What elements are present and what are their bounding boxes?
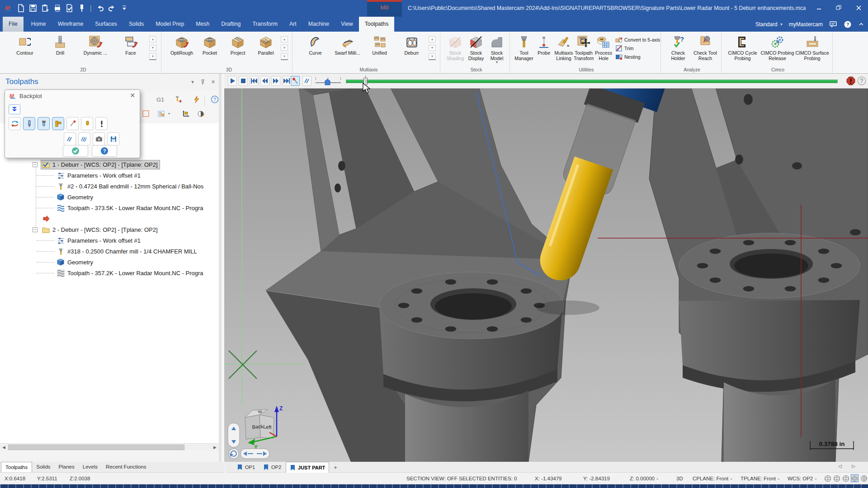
backplot-shank-button[interactable]	[81, 117, 93, 130]
gnomon-outline-toggle-2[interactable]	[842, 474, 849, 482]
ribbon-button-trim[interactable]: Trim	[615, 45, 660, 52]
backplot-ok-button[interactable]	[63, 145, 88, 157]
playback-progress-bar[interactable]	[346, 80, 838, 83]
status-cplane-caret-icon[interactable]: ˅	[730, 477, 732, 481]
ribbon-button-check-holder[interactable]: ?Check Holder	[665, 33, 692, 66]
chat-icon[interactable]	[829, 20, 837, 28]
selection-window-button[interactable]	[142, 110, 153, 121]
skip-end-button[interactable]	[282, 76, 291, 86]
ribbon-button-stock-shading[interactable]: Stock Shading	[445, 33, 466, 66]
gallery-down-icon[interactable]: ▾	[281, 45, 288, 51]
backplot-save-button[interactable]	[107, 132, 119, 145]
machine-group-tab-mill[interactable]: Mill	[367, 0, 402, 17]
gallery-expand-icon[interactable]: ▾	[429, 53, 436, 60]
print-button[interactable]	[52, 3, 62, 13]
scroll-left-icon[interactable]: ◀	[0, 444, 7, 450]
manager-tab-planes[interactable]: Planes	[55, 462, 79, 472]
restore-button[interactable]	[832, 3, 845, 13]
tree-item[interactable]: #318 - 0.2500 Chamfer mill - 1/4 CHAMFER…	[0, 246, 219, 257]
gnomon-shaded-toggle-3[interactable]	[851, 474, 859, 482]
play-button[interactable]	[228, 76, 237, 86]
style-selector[interactable]: Standard	[755, 21, 778, 28]
tree-item[interactable]: −2 - Deburr - [WCS: OP2] - [Tplane: OP2]	[0, 224, 219, 235]
status-tplane-caret-icon[interactable]: ˅	[778, 477, 780, 481]
status-z[interactable]: Z: 0.00000˅	[630, 473, 659, 485]
speed-slider-handle[interactable]	[325, 79, 330, 85]
tab-mesh[interactable]: Mesh	[190, 17, 215, 32]
ribbon-button-optirough[interactable]: OptiRough	[168, 33, 196, 66]
gallery-expand-icon[interactable]: ▾	[281, 53, 288, 60]
ribbon-button-deburr[interactable]: Deburr	[396, 33, 428, 66]
ribbon-button-toolpath-transform[interactable]: Toolpath Transform	[574, 33, 594, 66]
backplot-tool-button[interactable]	[23, 117, 35, 130]
manager-tab-recent-functions[interactable]: Recent Functions	[102, 462, 151, 472]
backplot-close-icon[interactable]: ✕	[130, 92, 135, 99]
toolpath-insert-marker[interactable]	[0, 213, 219, 224]
undo-button[interactable]	[95, 3, 105, 13]
mymastercam-link[interactable]: myMastercam	[789, 21, 823, 28]
tab-drafting[interactable]: Drafting	[215, 17, 246, 32]
display-options-button[interactable]	[197, 110, 208, 121]
view-cube-back-face[interactable]: Back	[252, 423, 264, 430]
tree-item[interactable]: Toolpath - 373.5K - Lower Radar Mount.NC…	[0, 202, 219, 213]
status-z-caret-icon[interactable]: ˅	[656, 477, 659, 481]
tree-item[interactable]: Toolpath - 357.2K - Lower Radar Mount.NC…	[0, 267, 219, 278]
backplot-snapshot-button[interactable]	[93, 132, 105, 145]
ribbon-button-process-hole[interactable]: Process Hole	[594, 33, 613, 66]
tab-art[interactable]: Art	[283, 17, 302, 32]
tree-expand-toggle[interactable]: −	[33, 227, 38, 232]
viewsheet-tab-op1[interactable]: OP1	[233, 462, 259, 473]
viewsheet-tab-just-part[interactable]: JUST PART	[286, 462, 329, 473]
tab-solids[interactable]: Solids	[123, 17, 150, 32]
help-badge-icon[interactable]: ?	[844, 20, 852, 28]
ribbon-button-stock-display[interactable]: Stock Display	[466, 33, 486, 66]
ribbon-button-parallel[interactable]: Parallel	[252, 33, 280, 66]
tree-item[interactable]: Geometry	[0, 257, 219, 267]
collapse-ribbon-icon[interactable]	[858, 21, 864, 28]
gnomon-outline-toggle-1[interactable]	[833, 474, 840, 482]
tab-home[interactable]: Home	[25, 17, 52, 32]
tab-transform[interactable]: Transform	[246, 17, 283, 32]
backplot-hatch-dense-button[interactable]	[78, 132, 90, 145]
tab-model-prep[interactable]: Model Prep	[150, 17, 190, 32]
playbar-help-button[interactable]: ?	[857, 76, 866, 86]
tab-machine[interactable]: Machine	[302, 17, 335, 32]
tree-item[interactable]: #2 - 0.4724 Ball endmill - 12mm Spherica…	[0, 181, 219, 192]
ribbon-button-multiaxis-linking[interactable]: Multiaxis Linking	[554, 33, 574, 66]
step-forward-button[interactable]	[271, 76, 280, 86]
status-wcs[interactable]: WCS: OP2˅	[788, 473, 817, 485]
tab-surfaces[interactable]: Surfaces	[89, 17, 123, 32]
step-back-button[interactable]	[260, 76, 269, 86]
status-wcs-caret-icon[interactable]: ˅	[815, 477, 817, 481]
viewsheet-tab-op2[interactable]: OP2	[259, 462, 285, 473]
backplot-loop-button[interactable]	[9, 117, 21, 130]
ribbon-button-dynamic[interactable]: Dynamic ...	[78, 33, 113, 66]
lightning-button[interactable]	[193, 95, 203, 106]
tab-file[interactable]: File	[3, 17, 24, 32]
backplot-help-button[interactable]: ?	[92, 145, 117, 157]
backplot-flange-button[interactable]	[52, 117, 64, 130]
ribbon-button-contour[interactable]: Contour	[7, 33, 42, 66]
backplot-stylus-button[interactable]	[66, 117, 79, 130]
paste-button[interactable]	[40, 3, 50, 13]
tab-wireframe[interactable]: Wireframe	[52, 17, 90, 32]
ribbon-button-stock-model[interactable]: Stock Model▾	[486, 33, 507, 66]
gallery-expand-icon[interactable]: ▾	[149, 53, 156, 60]
list-options-caret-icon[interactable]: ▾	[168, 112, 170, 116]
ribbon-button-cimco-probing-release-license[interactable]: CIMCO Probing Release License	[760, 33, 795, 66]
scrollbar-thumb[interactable]	[8, 445, 184, 450]
ribbon-button-nesting[interactable]: Nesting	[615, 53, 660, 61]
status-tplane[interactable]: TPLANE: Front˅	[741, 473, 780, 485]
panel-menu-icon[interactable]: ▾	[191, 79, 194, 85]
stop-button[interactable]	[239, 76, 248, 86]
ribbon-button-unified[interactable]: Unified	[363, 33, 396, 66]
manager-tab-solids[interactable]: Solids	[32, 462, 54, 472]
backplot-dialog[interactable]: M Backplot ✕ ?	[5, 89, 140, 158]
3d-viewport-scene[interactable]: Back Left Z Y	[224, 89, 868, 462]
list-options-button[interactable]	[157, 110, 168, 121]
gallery-up-icon[interactable]: ▴	[281, 36, 288, 42]
pin-note-button[interactable]	[77, 3, 87, 13]
ribbon-button-convert-to-5-axis[interactable]: Convert to 5-axis	[615, 36, 660, 43]
panel-help-button[interactable]: ?	[211, 95, 222, 106]
add-viewsheet-tab[interactable]: +	[330, 462, 341, 473]
